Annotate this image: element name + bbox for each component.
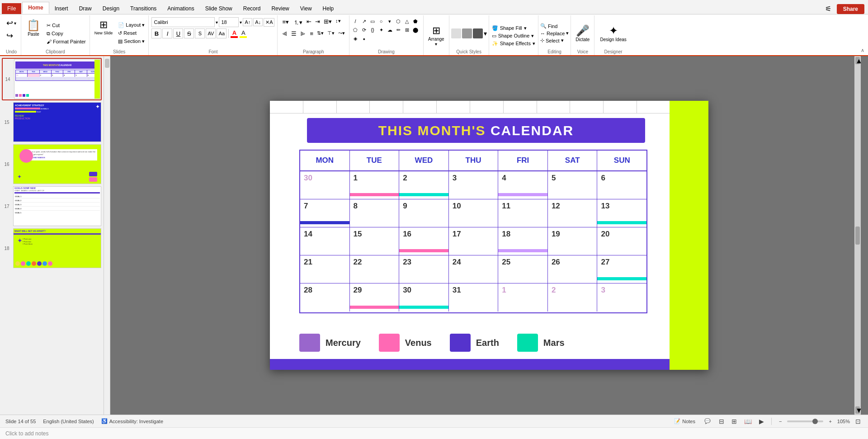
dictate-button[interactable]: 🎤 Dictate	[573, 23, 592, 44]
tab-slideshow[interactable]: Slide Show	[200, 3, 238, 14]
slide-thumb-18[interactable]: 18 WHAT WILL SET US APART? ✦ • Point one…	[2, 228, 102, 269]
tab-transitions[interactable]: Transitions	[125, 3, 162, 14]
arrange-button[interactable]: ⊞ Arrange ▾	[425, 23, 447, 48]
justify-button[interactable]: ≡	[308, 29, 315, 38]
increase-indent-button[interactable]: ⇥	[314, 17, 321, 28]
draw-tool-6[interactable]: ⟳	[360, 26, 368, 34]
font-name-input[interactable]	[151, 17, 215, 27]
slide-thumb-15[interactable]: 15 ACHIEVEMENT STRATEGY ANIMALS TEXT REV…	[2, 102, 102, 142]
slide-thumb-16[interactable]: 16 "This is a quote, words full of wisdo…	[2, 144, 102, 184]
section-button[interactable]: ▤ Section ▾	[116, 38, 146, 45]
copy-button[interactable]: ⧉ Copy	[45, 30, 88, 38]
find-button[interactable]: 🔍 Find	[540, 23, 569, 29]
slide-canvas[interactable]: THIS MONTH'S CALENDAR MON TUE WED THU FR…	[270, 101, 708, 370]
text-direction-button[interactable]: ⇅▾	[316, 29, 325, 38]
font-size-dropdown[interactable]: ▾	[240, 20, 242, 25]
font-name-dropdown[interactable]: ▾	[216, 20, 218, 25]
format-painter-button[interactable]: 🖌 Format Painter	[45, 38, 88, 45]
numbering-button[interactable]: ⒈▾	[292, 17, 304, 28]
draw-tool-11[interactable]: ⬤	[411, 26, 420, 34]
design-ideas-button[interactable]: ✦ Design Ideas	[596, 23, 630, 44]
char-spacing-button[interactable]: AV	[206, 28, 216, 38]
draw-tool-4[interactable]: ⬟	[411, 17, 420, 25]
zoom-level[interactable]: 105%	[837, 419, 850, 424]
draw-tool-12[interactable]: ◈	[351, 34, 359, 42]
shape-fill-button[interactable]: 🪣 Shape Fill ▾	[492, 25, 535, 31]
tab-review[interactable]: Review	[266, 3, 294, 14]
draw-tool-more[interactable]: ▾	[386, 17, 394, 25]
highlight-button[interactable]: A	[240, 29, 247, 38]
draw-tool-line[interactable]: /	[351, 17, 359, 25]
shadow-button[interactable]: S	[195, 28, 205, 38]
ribbon-collapse-button[interactable]: ∧	[859, 47, 866, 54]
canvas-vscrollbar[interactable]: ▲ ▼	[854, 56, 861, 415]
shape-outline-button[interactable]: ▭ Shape Outline ▾	[492, 33, 535, 39]
reset-button[interactable]: ↺ Reset	[116, 29, 146, 37]
replace-button[interactable]: ↔ Replace ▾	[540, 30, 569, 36]
draw-tool-2[interactable]: ⬡	[394, 17, 402, 25]
shape-effects-button[interactable]: ✨ Shape Effects ▾	[492, 41, 535, 47]
bold-button[interactable]: B	[151, 28, 161, 38]
draw-tool-10[interactable]: ✏	[394, 26, 402, 34]
paragraph-spacing-button[interactable]: ↕▾	[334, 17, 342, 28]
align-right-button[interactable]: ⫸	[299, 29, 307, 38]
draw-tool-circle[interactable]: ○	[377, 17, 385, 25]
undo-button[interactable]: ↩▾	[5, 17, 18, 29]
align-text-button[interactable]: ⊤▾	[326, 29, 336, 38]
draw-tool-arrow[interactable]: ↗	[360, 17, 368, 25]
bullets-button[interactable]: ≡▾	[280, 17, 291, 28]
comments-button[interactable]: 💬	[702, 417, 713, 425]
underline-button[interactable]: U	[173, 28, 183, 38]
align-left-button[interactable]: ⫷	[280, 29, 289, 38]
tab-draw[interactable]: Draw	[74, 3, 97, 14]
tab-home[interactable]: Home	[22, 2, 49, 14]
font-size-input[interactable]	[219, 17, 239, 27]
change-case-button[interactable]: Aa	[217, 28, 226, 38]
zoom-out-button[interactable]: −	[777, 418, 783, 425]
draw-tool-13[interactable]: ⬥	[360, 34, 368, 42]
tab-help[interactable]: Help	[317, 3, 340, 14]
draw-tool-7[interactable]: {}	[368, 26, 377, 34]
clear-format-button[interactable]: ✕A	[264, 18, 274, 27]
increase-font-button[interactable]: A↑	[243, 18, 252, 26]
notes-button[interactable]: 📝 Notes	[671, 417, 698, 425]
tab-design[interactable]: Design	[97, 3, 125, 14]
cut-button[interactable]: ✂ Cut	[45, 22, 88, 29]
zoom-slider[interactable]	[787, 420, 823, 422]
select-button[interactable]: ⊹ Select ▾	[540, 38, 569, 43]
draw-tool-3[interactable]: △	[403, 17, 411, 25]
slide-thumb-17[interactable]: 17 GOALS SOMF NEW STARTAWARDLESSONLAST O…	[2, 186, 102, 227]
draw-tool-rect[interactable]: ▭	[368, 17, 377, 25]
tab-file[interactable]: File	[2, 3, 21, 14]
accessibility-info[interactable]: ♿ Accessibility: Investigate	[101, 418, 163, 424]
italic-button[interactable]: I	[162, 28, 172, 38]
draw-tool-9[interactable]: ☁	[386, 26, 394, 34]
smart-art-button[interactable]: ⤳▾	[337, 29, 346, 38]
normal-view-button[interactable]: ⊟	[717, 417, 726, 426]
font-color-button[interactable]: A	[231, 29, 238, 38]
slide-thumb-14[interactable]: 14 THIS MONTH'S CALENDAR MON TUE WED THU…	[2, 58, 102, 100]
slide-panel-scrollbar[interactable]	[104, 56, 110, 415]
decrease-indent-button[interactable]: ⇤	[305, 17, 313, 28]
quick-styles-expand[interactable]: ▾	[484, 30, 487, 37]
paste-button[interactable]: 📋 Paste	[23, 17, 44, 49]
strikethrough-button[interactable]: S	[184, 28, 194, 38]
reading-view-button[interactable]: 📖	[742, 417, 754, 426]
new-slide-button[interactable]: ⊞ New Slide	[92, 17, 116, 49]
tab-record[interactable]: Record	[238, 3, 266, 14]
layout-button[interactable]: 📄 Layout ▾	[116, 21, 146, 29]
share-button[interactable]: Share	[837, 4, 864, 14]
redo-button[interactable]: ↪	[5, 30, 18, 42]
zoom-in-button[interactable]: +	[827, 418, 833, 425]
fit-slide-button[interactable]: ⊡	[854, 417, 863, 426]
tab-animations[interactable]: Animations	[162, 3, 199, 14]
tab-insert[interactable]: Insert	[49, 3, 74, 14]
align-center-button[interactable]: ☰	[290, 29, 298, 38]
tab-view[interactable]: View	[295, 3, 317, 14]
draw-tool-8[interactable]: ✦	[377, 26, 385, 34]
slide-sorter-button[interactable]: ⊞	[730, 417, 739, 426]
minimize-icon[interactable]: ⚟	[822, 4, 834, 14]
decrease-font-button[interactable]: A↓	[253, 18, 263, 26]
notes-bar[interactable]: Click to add notes	[0, 427, 868, 439]
slideshow-button[interactable]: ▶	[757, 417, 766, 426]
